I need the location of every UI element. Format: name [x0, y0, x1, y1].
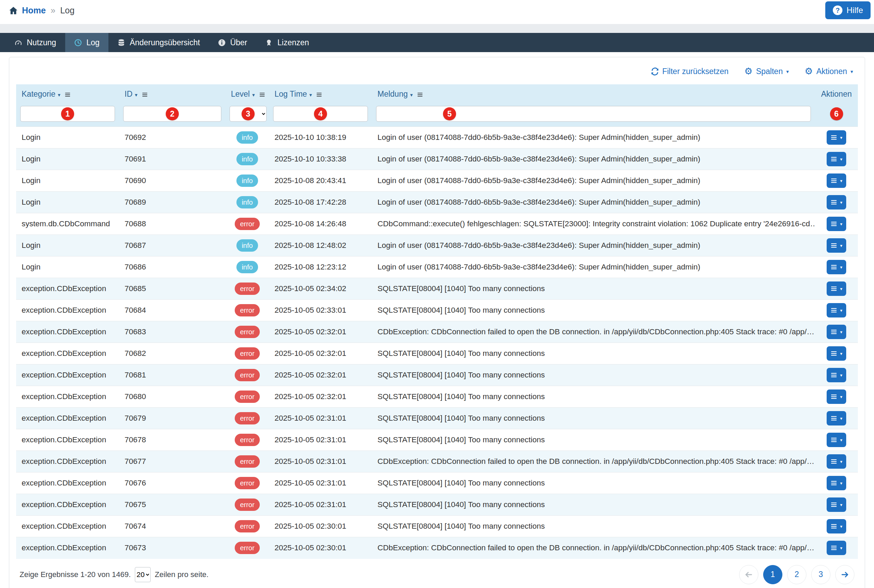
cell-kategorie: Login [16, 148, 119, 170]
sort-caret-icon: ▾ [252, 92, 255, 98]
actions-dropdown[interactable]: ⚙ Aktionen ▾ [805, 67, 853, 76]
row-actions-button[interactable]: ▾ [827, 260, 846, 274]
cell-aktionen: ▾ [815, 429, 858, 451]
level-badge: error [235, 390, 259, 403]
column-menu-icon[interactable] [316, 92, 322, 98]
cell-level: error [226, 516, 269, 537]
cell-id: 70681 [119, 364, 226, 386]
row-actions-button[interactable]: ▾ [827, 411, 846, 426]
cell-id: 70685 [119, 278, 226, 300]
column-menu-icon[interactable] [65, 92, 71, 98]
cell-log-time: 2025-10-08 12:48:02 [269, 235, 372, 256]
column-menu-icon[interactable] [259, 92, 265, 98]
help-button[interactable]: ? Hilfe [825, 2, 871, 19]
cell-level: error [226, 213, 269, 235]
cell-kategorie: system.db.CDbCommand [16, 213, 119, 235]
cell-meldung: SQLSTATE[08004] [1040] Too many connecti… [372, 364, 815, 386]
table-row: Login 70691 info 2025-10-10 10:33:38 Log… [16, 148, 858, 170]
cell-log-time: 2025-10-05 02:31:01 [269, 494, 372, 516]
chevron-down-icon: ▾ [840, 416, 842, 421]
row-actions-button[interactable]: ▾ [827, 519, 846, 534]
help-button-label: Hilfe [847, 6, 863, 15]
actions-label: Aktionen [816, 67, 847, 76]
filter-meldung-input[interactable] [376, 106, 811, 122]
top-bar: Home » Log ? Hilfe [0, 0, 874, 24]
cell-id: 70692 [119, 127, 226, 148]
row-actions-button[interactable]: ▾ [827, 346, 846, 361]
nav-item-aenderungsuebersicht[interactable]: Änderungsübersicht [108, 33, 209, 52]
row-actions-button[interactable]: ▾ [827, 303, 846, 318]
row-actions-button[interactable]: ▾ [827, 130, 846, 145]
cell-meldung: SQLSTATE[08004] [1040] Too many connecti… [372, 472, 815, 494]
row-actions-button[interactable]: ▾ [827, 282, 846, 296]
cell-kategorie: exception.CDbException [16, 343, 119, 364]
cell-level: info [226, 192, 269, 213]
cell-meldung: Login of user (08174088-7dd0-6b5b-9a3e-c… [372, 127, 815, 148]
pagination-next-button[interactable] [835, 565, 854, 584]
chevron-down-icon: ▾ [840, 265, 842, 270]
reset-filter-link[interactable]: Filter zurücksetzen [651, 67, 728, 76]
annotation-badge-2: 2 [166, 107, 179, 120]
row-actions-button[interactable]: ▾ [827, 325, 846, 339]
cell-log-time: 2025-10-08 12:23:12 [269, 256, 372, 278]
cell-meldung: SQLSTATE[08004] [1040] Too many connecti… [372, 516, 815, 537]
row-actions-button[interactable]: ▾ [827, 541, 846, 555]
nav-item-log[interactable]: Log [65, 33, 108, 52]
column-menu-icon[interactable] [142, 92, 148, 98]
row-actions-button[interactable]: ▾ [827, 174, 846, 188]
table-row: system.db.CDbCommand 70688 error 2025-10… [16, 213, 858, 235]
column-header-log-time[interactable]: Log Time▾ [269, 84, 372, 103]
level-badge: error [235, 369, 259, 381]
nav-item-label: Log [86, 38, 99, 47]
row-actions-button[interactable]: ▾ [827, 152, 846, 166]
column-menu-icon[interactable] [417, 92, 423, 98]
row-actions-button[interactable]: ▾ [827, 195, 846, 210]
cell-aktionen: ▾ [815, 386, 858, 408]
cell-id: 70686 [119, 256, 226, 278]
table-row: exception.CDbException 70675 error 2025-… [16, 494, 858, 516]
cell-log-time: 2025-10-05 02:34:02 [269, 278, 372, 300]
cell-meldung: SQLSTATE[08004] [1040] Too many connecti… [372, 494, 815, 516]
cell-kategorie: exception.CDbException [16, 278, 119, 300]
page-size-select[interactable]: 20 [135, 567, 150, 582]
grid-toolbar: Filter zurücksetzen ⚙ Spalten ▾ ⚙ Aktion… [9, 57, 865, 84]
row-actions-button[interactable]: ▾ [827, 498, 846, 512]
cell-id: 70676 [119, 472, 226, 494]
nav-item-label: Über [230, 38, 247, 47]
row-actions-button[interactable]: ▾ [827, 368, 846, 382]
column-header-meldung[interactable]: Meldung▾ [372, 84, 815, 103]
pagination-page-2-button[interactable]: 2 [787, 565, 806, 584]
nav-item-ueber[interactable]: Über [209, 33, 256, 52]
row-actions-button[interactable]: ▾ [827, 390, 846, 404]
cell-log-time: 2025-10-05 02:30:01 [269, 537, 372, 559]
breadcrumb-home-link[interactable]: Home [9, 6, 46, 15]
column-header-id[interactable]: ID▾ [119, 84, 226, 103]
cell-log-time: 2025-10-05 02:31:01 [269, 429, 372, 451]
row-actions-button[interactable]: ▾ [827, 217, 846, 231]
column-header-level[interactable]: Level▾ [226, 84, 269, 103]
cell-level: error [226, 408, 269, 429]
cell-id: 70689 [119, 192, 226, 213]
menu-lines-icon [830, 242, 837, 249]
pagination-page-3-button[interactable]: 3 [811, 565, 830, 584]
cell-kategorie: exception.CDbException [16, 516, 119, 537]
row-actions-button[interactable]: ▾ [827, 454, 846, 469]
nav-item-nutzung[interactable]: Nutzung [6, 33, 65, 52]
cell-meldung: SQLSTATE[08004] [1040] Too many connecti… [372, 429, 815, 451]
column-header-kategorie[interactable]: Kategorie▾ [16, 84, 119, 103]
breadcrumb-home-label: Home [22, 6, 46, 15]
level-badge: error [235, 498, 259, 511]
cell-id: 70673 [119, 537, 226, 559]
pagination-page-1-button[interactable]: 1 [763, 565, 782, 584]
nav-item-lizenzen[interactable]: Lizenzen [256, 33, 318, 52]
row-actions-button[interactable]: ▾ [827, 476, 846, 490]
row-actions-button[interactable]: ▾ [827, 238, 846, 253]
row-actions-button[interactable]: ▾ [827, 433, 846, 447]
chevron-down-icon: ▾ [840, 243, 842, 248]
level-badge: error [235, 434, 259, 446]
cell-kategorie: exception.CDbException [16, 537, 119, 559]
columns-dropdown[interactable]: ⚙ Spalten ▾ [744, 67, 789, 76]
menu-lines-icon [830, 544, 837, 551]
cell-aktionen: ▾ [815, 472, 858, 494]
sort-caret-icon: ▾ [135, 92, 138, 98]
